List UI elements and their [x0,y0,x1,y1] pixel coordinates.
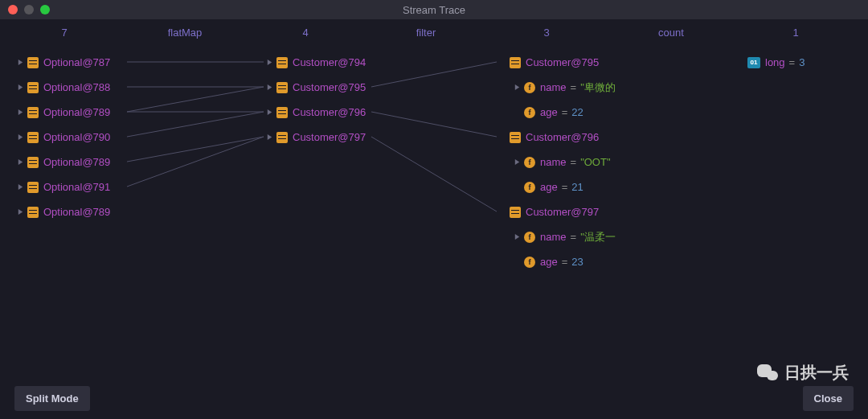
list-item[interactable]: Customer@796 [264,100,384,125]
header-stage-flatmap: flatMap [129,23,241,43]
chevron-right-icon[interactable] [14,134,26,141]
field-icon: f [524,257,535,268]
field-icon: f [524,182,535,193]
chevron-right-icon[interactable] [264,134,275,141]
list-item[interactable]: Optional@791 [14,175,135,199]
field-row[interactable]: f age = 22 [497,100,625,125]
field-row[interactable]: f name = "OOT" [497,150,625,175]
chevron-right-icon[interactable] [14,109,26,116]
window-traffic-lights [8,5,50,14]
field-value: "温柔一 [580,230,616,244]
object-icon [27,107,39,118]
header-count-3: 1 [731,23,860,43]
equals-sign: = [789,56,796,68]
list-item[interactable]: Customer@797 [264,125,384,150]
chevron-right-icon[interactable] [14,59,26,66]
stream-column-result: 01 long = 3 [747,50,860,75]
result-row[interactable]: 01 long = 3 [747,50,860,75]
field-row[interactable]: f age = 21 [497,175,625,199]
field-row[interactable]: f name = "卑微的 [497,75,625,100]
list-item[interactable]: Customer@795 [264,75,384,100]
list-item[interactable]: Customer@796 [497,125,625,150]
svg-line-3 [127,87,264,112]
window-minimize-icon[interactable] [24,5,34,14]
object-icon [276,82,288,93]
stream-column-2: Customer@795 f name = "卑微的 f age = 22 Cu… [497,50,625,274]
field-value: 22 [571,106,583,118]
footer: Split Mode Close [0,377,868,419]
object-label: Optional@788 [43,81,110,93]
object-icon [27,132,39,143]
equals-sign: = [571,231,577,243]
object-icon [27,207,39,218]
chevron-right-icon[interactable] [14,208,26,216]
field-row[interactable]: f age = 23 [497,249,625,274]
header-count-1: 4 [241,23,370,43]
field-icon: f [524,82,535,93]
object-label: Optional@791 [43,181,110,193]
primitive-icon: 01 [747,57,760,68]
list-item[interactable]: Customer@795 [497,50,625,75]
object-icon [510,132,521,143]
list-item[interactable]: Optional@787 [14,50,135,75]
object-icon [276,107,288,118]
titlebar: Stream Trace [0,0,868,19]
object-icon [27,57,39,68]
stream-column-0: Optional@787 Optional@788 Optional@789 O… [14,50,135,224]
object-label: Customer@795 [526,56,599,68]
chevron-right-icon[interactable] [14,183,26,191]
window-close-icon[interactable] [8,5,18,14]
chevron-right-icon[interactable] [264,84,275,91]
field-name: name [540,231,567,243]
svg-line-7 [371,62,497,87]
chevron-right-icon[interactable] [14,84,26,91]
list-item[interactable]: Customer@794 [264,50,384,75]
list-item[interactable]: Optional@788 [14,75,135,100]
chevron-right-icon[interactable] [264,109,275,116]
object-icon [276,132,288,143]
list-item[interactable]: Optional@789 [14,199,135,224]
field-value: "OOT" [580,156,610,168]
stream-column-1: Customer@794 Customer@795 Customer@796 C… [264,50,384,150]
stage-headers: 7 flatMap 4 filter 3 count 1 [0,23,868,43]
field-row[interactable]: f name = "温柔一 [497,224,625,249]
field-name: name [540,156,567,168]
field-value: "卑微的 [580,80,616,95]
list-item[interactable]: Customer@797 [497,199,625,224]
object-label: Optional@790 [43,131,110,143]
chevron-right-icon[interactable] [511,158,522,166]
split-mode-button[interactable]: Split Mode [14,386,90,411]
object-label: Optional@789 [43,156,110,168]
svg-line-6 [127,137,264,187]
close-button[interactable]: Close [803,386,854,411]
header-count-0: 7 [0,23,129,43]
object-label: Customer@796 [293,106,366,118]
field-value: 23 [571,256,583,268]
equals-sign: = [571,81,577,93]
chevron-right-icon[interactable] [14,158,26,166]
object-label: Customer@796 [526,131,599,143]
list-item[interactable]: Optional@789 [14,100,135,125]
result-value: 3 [799,56,805,68]
field-name: name [540,81,567,93]
header-count-2: 3 [482,23,611,43]
equals-sign: = [562,181,568,193]
header-stage-count: count [611,23,731,43]
chevron-right-icon[interactable] [511,84,522,91]
object-icon [510,207,521,218]
field-value: 21 [571,181,583,193]
list-item[interactable]: Optional@790 [14,125,135,150]
window-maximize-icon[interactable] [40,5,50,14]
svg-line-5 [127,137,264,162]
object-label: Customer@795 [293,81,366,93]
object-label: Customer@797 [526,206,599,218]
equals-sign: = [562,106,568,118]
list-item[interactable]: Optional@789 [14,150,135,175]
chevron-right-icon[interactable] [264,59,275,66]
object-icon [27,182,39,193]
chevron-right-icon[interactable] [511,233,522,240]
object-label: Customer@797 [293,131,366,143]
object-label: Customer@794 [293,56,366,68]
equals-sign: = [571,156,577,168]
svg-line-8 [371,112,497,137]
